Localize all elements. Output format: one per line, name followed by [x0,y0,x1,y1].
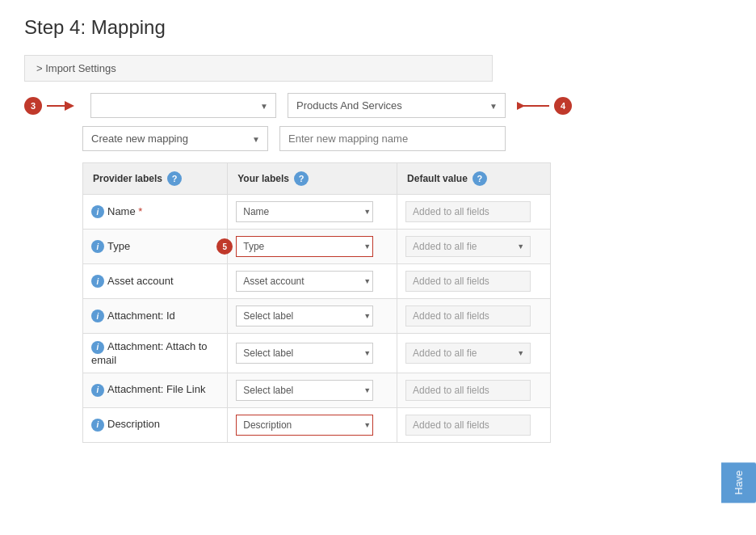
default-select-wrapper[interactable]: Added to all fie [405,343,531,364]
label-select[interactable]: Name [236,201,373,222]
required-star: * [136,205,143,217]
default-value-cell[interactable]: Added to all fie [397,334,551,373]
table-row: iName *Name [83,195,551,230]
provider-label-text: Attachment: Id [107,310,175,322]
default-value-input [405,380,531,401]
target-dropdown[interactable]: Products And Services Option 1 Option 2 [288,93,506,118]
label-select-wrapper[interactable]: Select label [236,380,377,401]
label-select[interactable]: Select label [236,343,373,364]
default-value-cell [397,299,551,334]
your-label-cell[interactable]: Asset account [228,264,397,299]
provider-label-cell: iType [83,230,228,264]
your-label-cell[interactable]: Select label [228,373,397,407]
default-value-input [405,271,531,292]
provider-label-cell: iAttachment: Id [83,299,228,334]
default-value-help-icon[interactable]: ? [472,171,487,186]
mapping-table: Provider labels ? Your labels ? Default … [82,162,551,443]
default-value-input [405,201,531,222]
table-row: iAsset accountAsset account [83,264,551,299]
your-labels-help-icon[interactable]: ? [294,171,309,186]
info-icon: i [91,384,104,397]
provider-label-cell: iAsset account [83,264,228,299]
label-select[interactable]: Type [236,236,373,257]
info-icon: i [91,341,104,354]
table-row: iAttachment: IdSelect label [83,299,551,334]
provider-labels-help-icon[interactable]: ? [167,171,182,186]
arrow-3 [47,98,79,114]
provider-label-text: Attachment: File Link [107,383,205,395]
provider-label-text: Description [107,418,160,430]
new-mapping-name-input[interactable] [279,126,506,151]
table-row: iAttachment: Attach to emailSelect label… [83,334,551,373]
your-label-cell[interactable]: Name [228,195,397,230]
provider-label-text: Attachment: Attach to email [91,340,208,366]
source-dropdown-wrapper[interactable]: Option 1 Option 2 [90,93,276,118]
info-icon: i [91,275,104,288]
info-icon: i [91,240,104,253]
provider-label-text: Name [107,205,136,217]
header-default-value: Default value ? [397,163,551,195]
label-select-wrapper[interactable]: Asset account [236,271,377,292]
step-badge-3: 3 [24,97,42,115]
your-label-cell[interactable]: Select label [228,299,397,334]
default-value-input [405,305,531,326]
header-your-labels: Your labels ? [228,163,397,195]
provider-label-cell: iAttachment: Attach to email [83,334,228,373]
provider-label-cell: iAttachment: File Link [83,373,228,407]
info-icon: i [91,205,104,218]
import-settings-bar[interactable]: > Import Settings [24,55,493,82]
mapping-dropdown[interactable]: Create new mapping Existing mapping 1 [82,126,268,151]
table-row: iTypeType5Added to all fie [83,230,551,264]
table-row: iAttachment: File LinkSelect label [83,373,551,407]
info-icon: i [91,310,104,322]
info-icon: i [91,419,104,432]
target-dropdown-wrapper[interactable]: Products And Services Option 1 Option 2 [288,93,506,118]
label-select-wrapper[interactable]: Type [236,236,377,257]
default-select-wrapper[interactable]: Added to all fie [405,236,531,257]
provider-label-cell: iDescription [83,407,228,442]
label-select[interactable]: Asset account [236,271,373,292]
your-label-cell[interactable]: Description [228,407,397,442]
provider-label-text: Asset account [107,275,174,287]
have-button[interactable]: Have [721,462,756,503]
step-badge-4: 4 [554,97,572,115]
label-select-wrapper[interactable]: Name [236,201,377,222]
table-row: iDescriptionDescription [83,407,551,442]
provider-label-cell: iName * [83,195,228,230]
default-value-cell [397,373,551,407]
label-select[interactable]: Select label [236,380,373,401]
your-label-cell[interactable]: Select label [228,334,397,373]
arrow-4 [517,98,549,114]
page-title: Step 4: Mapping [24,16,732,39]
default-value-cell [397,195,551,230]
step-badge-5: 5 [216,238,233,255]
label-select[interactable]: Description [236,415,373,436]
default-select[interactable]: Added to all fie [405,236,531,257]
default-value-input [405,415,531,436]
import-settings-label: > Import Settings [36,62,116,74]
default-value-cell [397,264,551,299]
default-value-cell [397,407,551,442]
header-provider-labels: Provider labels ? [83,163,228,195]
your-label-cell[interactable]: Type5 [228,230,397,264]
provider-label-text: Type [107,240,130,252]
default-select[interactable]: Added to all fie [405,343,531,364]
label-select-wrapper[interactable]: Description [236,415,377,436]
mapping-dropdown-wrapper[interactable]: Create new mapping Existing mapping 1 [82,126,268,151]
label-select-wrapper[interactable]: Select label [236,305,377,326]
label-select-wrapper[interactable]: Select label [236,343,377,364]
source-dropdown[interactable]: Option 1 Option 2 [90,93,276,118]
default-value-cell[interactable]: Added to all fie [397,230,551,264]
label-select[interactable]: Select label [236,305,373,326]
